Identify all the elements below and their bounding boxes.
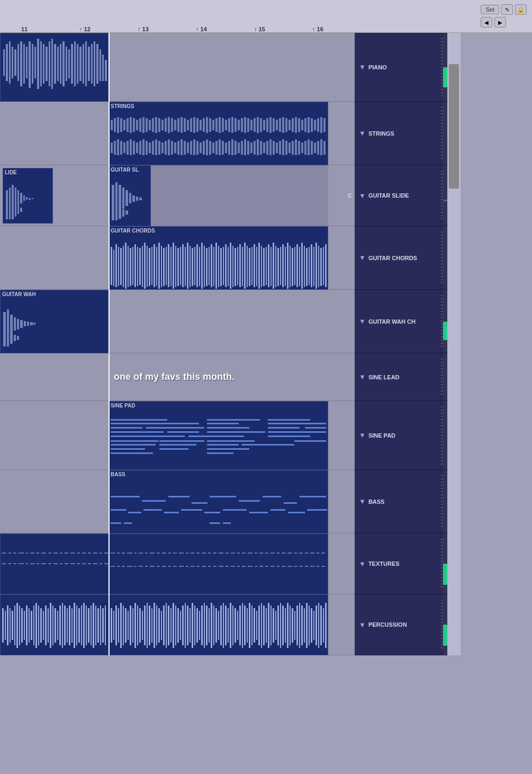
- svg-rect-66: [14, 335, 16, 341]
- svg-rect-5: [17, 44, 19, 81]
- svg-rect-547: [139, 553, 143, 554]
- svg-rect-458: [270, 273, 272, 286]
- svg-rect-674: [244, 606, 246, 645]
- guitarslide-center-clip-small[interactable]: GUITAR SL: [109, 165, 151, 226]
- svg-rect-396: [123, 272, 124, 287]
- svg-rect-398: [128, 272, 129, 287]
- nav-left-button[interactable]: ◀: [481, 17, 492, 28]
- svg-rect-96: [53, 563, 58, 564]
- svg-rect-230: [149, 143, 151, 153]
- svg-rect-525: [284, 502, 297, 504]
- svg-rect-489: [157, 423, 199, 424]
- strings-center-clip[interactable]: STRINGS: [109, 102, 328, 165]
- piano-track-label[interactable]: ▼ PIANO: [355, 33, 447, 102]
- svg-rect-606: [259, 566, 263, 567]
- svg-rect-91: [26, 563, 28, 564]
- svg-rect-657: [204, 603, 205, 648]
- svg-rect-665: [223, 603, 224, 648]
- svg-rect-226: [136, 143, 138, 153]
- percussion-left-clip[interactable]: [0, 594, 109, 655]
- svg-rect-241: [184, 141, 186, 155]
- svg-rect-243: [190, 141, 192, 155]
- guitarchords-track-label[interactable]: ▼ GUITAR CHORDS: [355, 226, 447, 290]
- svg-rect-544: [122, 553, 125, 554]
- sinepad-track-label[interactable]: ▼ SINE PAD: [355, 401, 447, 470]
- svg-rect-530: [164, 512, 179, 513]
- svg-rect-697: [299, 603, 300, 648]
- svg-rect-227: [139, 141, 141, 155]
- svg-rect-449: [249, 273, 250, 286]
- svg-rect-563: [231, 553, 235, 554]
- svg-rect-160: [142, 117, 145, 133]
- svg-rect-168: [168, 117, 170, 133]
- svg-rect-491: [167, 431, 199, 433]
- svg-rect-508: [305, 431, 326, 433]
- svg-rect-304: [120, 248, 122, 274]
- guitarwah-left-clip[interactable]: GUITAR WAH: [0, 290, 109, 353]
- svg-rect-406: [147, 272, 148, 287]
- svg-rect-490: [146, 427, 204, 429]
- svg-rect-484: [111, 427, 142, 429]
- svg-rect-152: [117, 117, 119, 133]
- svg-rect-266: [263, 143, 265, 153]
- nav-right-button[interactable]: ▶: [494, 17, 506, 28]
- guitarwah-left-cell: GUITAR WAH: [0, 290, 109, 353]
- svg-rect-522: [210, 496, 236, 497]
- svg-rect-443: [235, 273, 236, 286]
- sinepad-center-clip[interactable]: SINE PAD: [109, 401, 328, 470]
- sinepad-hash: [441, 406, 443, 465]
- pencil-button[interactable]: ✎: [501, 4, 513, 15]
- svg-rect-691: [285, 608, 286, 643]
- textures-center-clip[interactable]: [109, 533, 328, 594]
- svg-rect-125: [48, 608, 49, 643]
- main-scrollbar[interactable]: [447, 33, 461, 655]
- svg-rect-646: [177, 608, 179, 643]
- strings-track-label[interactable]: ▼ STRINGS: [355, 102, 447, 165]
- svg-rect-579: [321, 553, 325, 554]
- svg-rect-158: [136, 120, 138, 130]
- svg-rect-565: [242, 553, 246, 554]
- svg-rect-661: [213, 606, 214, 645]
- svg-rect-413: [163, 273, 165, 286]
- svg-rect-211: [304, 118, 306, 132]
- guitarslide-left-clip[interactable]: LIDE: [3, 168, 53, 224]
- guitarslide-track-label[interactable]: ▼ GUITAR SLIDE: [355, 165, 447, 226]
- svg-rect-213: [311, 118, 313, 132]
- svg-rect-56: [14, 317, 16, 331]
- svg-rect-399: [130, 273, 131, 286]
- piano-left-clip[interactable]: [0, 33, 109, 102]
- svg-rect-183: [215, 118, 218, 132]
- guitarslide-track-icon: ▼: [359, 192, 366, 200]
- svg-rect-155: [127, 118, 129, 132]
- svg-rect-481: [325, 272, 327, 287]
- percussion-volume-fill: [443, 625, 447, 646]
- svg-rect-189: [235, 118, 237, 132]
- bass-scrollbar: [443, 470, 447, 533]
- svg-rect-140: [83, 603, 85, 648]
- svg-rect-81: [77, 553, 80, 554]
- scrollbar-thumb[interactable]: [449, 64, 459, 189]
- sinelead-track-label[interactable]: ▼ SINE LEAD: [355, 353, 447, 401]
- guitarchords-center-clip[interactable]: GUITAR CHORDS: [109, 226, 328, 290]
- percussion-center-clip[interactable]: [109, 594, 328, 655]
- tracks-left-column: LIDE: [0, 33, 109, 655]
- svg-rect-471: [301, 271, 303, 289]
- svg-rect-251: [215, 141, 218, 155]
- guitarslide-center-ghost: [151, 165, 328, 226]
- textures-track-label[interactable]: ▼ TEXTURES: [355, 533, 447, 594]
- textures-left-clip[interactable]: [0, 533, 109, 594]
- svg-rect-424: [190, 272, 191, 287]
- set-button[interactable]: Set: [481, 5, 499, 14]
- guitarwah-track-label[interactable]: ▼ GUITAR WAH CH: [355, 290, 447, 353]
- svg-rect-116: [26, 606, 28, 645]
- bass-center-clip[interactable]: BASS: [109, 470, 328, 533]
- svg-rect-576: [305, 553, 308, 554]
- svg-rect-707: [323, 608, 324, 643]
- svg-rect-153: [120, 118, 122, 132]
- svg-rect-298: [122, 209, 124, 217]
- percussion-track-label[interactable]: ▼ PERCUSSION: [355, 594, 447, 655]
- bass-track-label[interactable]: ▼ BASS: [355, 470, 447, 533]
- svg-rect-595: [196, 566, 200, 567]
- svg-rect-212: [308, 117, 310, 133]
- svg-rect-186: [225, 120, 227, 130]
